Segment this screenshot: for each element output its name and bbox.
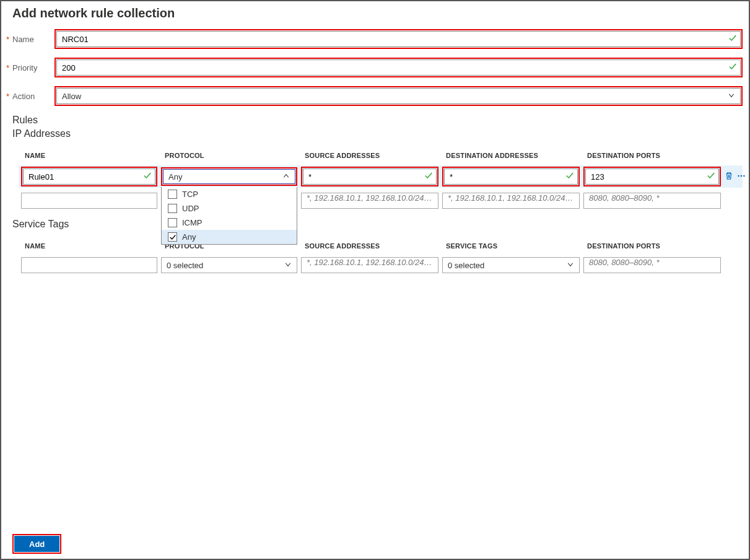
- priority-label: * Priority: [12, 63, 55, 72]
- col-service-tags: SERVICE TAGS: [442, 236, 580, 256]
- ip-addresses-title: IP Addresses: [1, 128, 749, 142]
- source-address-input[interactable]: *, 192.168.10.1, 192.168.10.0/24,…: [301, 193, 438, 209]
- chevron-up-icon: [282, 172, 290, 182]
- protocol-select[interactable]: Any: [163, 169, 295, 184]
- required-star-icon: *: [6, 63, 9, 72]
- svg-point-0: [738, 175, 739, 176]
- checkbox-checked-icon: [168, 232, 177, 242]
- highlight-action: Allow: [55, 86, 743, 106]
- destination-ports-input[interactable]: [585, 168, 719, 185]
- highlight-priority: [55, 58, 743, 77]
- add-button[interactable]: Add: [14, 536, 59, 552]
- protocol-option-tcp[interactable]: TCP: [162, 187, 297, 201]
- chevron-down-icon: [567, 261, 574, 270]
- required-star-icon: *: [6, 92, 9, 101]
- col-dest-ports: DESTINATION PORTS: [583, 236, 721, 256]
- checkbox-icon: [168, 190, 177, 199]
- service-tag-row: 0 selected *, 192.168.10.1, 192.168.10.0…: [21, 256, 743, 274]
- rule-name-input[interactable]: [21, 257, 157, 273]
- destination-ports-input[interactable]: 8080, 8080–8090, *: [583, 193, 721, 209]
- svg-point-2: [743, 175, 744, 176]
- action-select[interactable]: Allow: [56, 88, 741, 104]
- ip-rule-row: Any TCP UDP: [19, 165, 743, 188]
- source-address-input[interactable]: [303, 168, 437, 185]
- required-star-icon: *: [6, 35, 9, 44]
- delete-icon[interactable]: [725, 172, 733, 182]
- chevron-down-icon: [728, 92, 735, 101]
- protocol-option-icmp[interactable]: ICMP: [162, 216, 297, 230]
- col-destination: DESTINATION ADDRESSES: [442, 146, 580, 165]
- destination-address-input[interactable]: *, 192.168.10.1, 192.168.10.0/24,…: [442, 193, 580, 209]
- ip-rule-row-new: *, 192.168.10.1, 192.168.10.0/24,… *, 19…: [21, 191, 743, 210]
- col-protocol: PROTOCOL: [161, 146, 297, 165]
- col-source: SOURCE ADDRESSES: [301, 146, 438, 165]
- svg-point-1: [741, 175, 742, 176]
- rules-section-title: Rules: [1, 115, 749, 128]
- highlight-name: [55, 29, 743, 49]
- col-name: NAME: [21, 236, 157, 256]
- col-name: NAME: [21, 146, 157, 165]
- source-address-input[interactable]: *, 192.168.10.1, 192.168.10.0/24,…: [301, 257, 438, 273]
- checkbox-icon: [168, 204, 177, 213]
- service-tags-title: Service Tags: [1, 219, 749, 232]
- col-dest-ports: DESTINATION PORTS: [583, 146, 721, 165]
- service-tags-select[interactable]: 0 selected: [442, 257, 580, 273]
- protocol-dropdown: TCP UDP ICMP Any: [161, 187, 297, 245]
- chevron-down-icon: [284, 261, 292, 270]
- destination-address-input[interactable]: [444, 168, 578, 185]
- checkbox-icon: [168, 218, 177, 227]
- more-icon[interactable]: [737, 172, 746, 182]
- action-label: * Action: [12, 92, 55, 101]
- destination-ports-input[interactable]: 8080, 8080–8090, *: [583, 257, 721, 273]
- service-tags-header: NAME PROTOCOL SOURCE ADDRESSES SERVICE T…: [21, 236, 743, 256]
- rule-name-input[interactable]: [21, 193, 157, 209]
- priority-input[interactable]: [56, 59, 741, 76]
- name-label: * Name: [12, 35, 55, 44]
- col-source: SOURCE ADDRESSES: [301, 236, 438, 256]
- protocol-option-udp[interactable]: UDP: [162, 201, 297, 216]
- page-title: Add network rule collection: [1, 1, 749, 24]
- protocol-select[interactable]: 0 selected: [161, 257, 297, 273]
- highlight-add: Add: [12, 534, 61, 554]
- name-input[interactable]: [56, 31, 741, 47]
- rule-name-input[interactable]: [23, 168, 155, 185]
- protocol-option-any[interactable]: Any: [162, 230, 297, 244]
- ip-table-header: NAME PROTOCOL SOURCE ADDRESSES DESTINATI…: [21, 146, 743, 165]
